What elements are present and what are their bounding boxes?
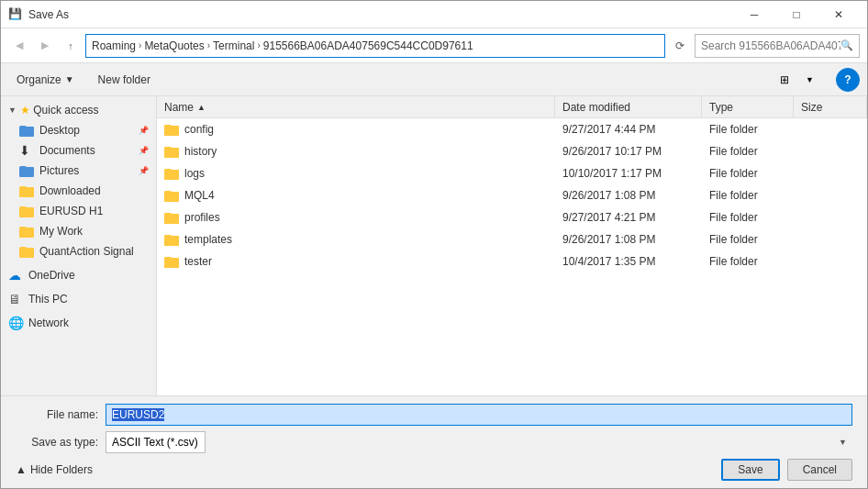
table-row[interactable]: config 9/27/2017 4:44 PM File folder	[157, 118, 867, 140]
file-type: File folder	[702, 123, 794, 136]
sidebar-item-quantaction-label: QuantAction Signal	[39, 245, 134, 258]
maximize-button[interactable]: □	[775, 1, 818, 28]
sidebar-item-eurusd-label: EURUSD H1	[39, 205, 103, 217]
breadcrumb-item-terminal[interactable]: Terminal	[213, 39, 254, 52]
sidebar-item-desktop-label: Desktop	[39, 124, 80, 137]
quick-access-arrow: ▼	[8, 106, 17, 115]
close-button[interactable]: ✕	[818, 1, 860, 28]
pictures-pin-icon: 📌	[139, 166, 149, 175]
sidebar-item-documents-label: Documents	[39, 144, 95, 157]
search-box: 🔍	[695, 34, 860, 58]
sidebar-item-downloaded-label: Downloaded	[39, 184, 101, 197]
filename-row: File name:	[16, 404, 852, 426]
table-row[interactable]: profiles 9/27/2017 4:21 PM File folder	[157, 206, 867, 228]
sidebar-section-quick-access: ▼ ★ Quick access Desktop 📌 ⬇ Documents 📌	[1, 100, 156, 261]
sidebar-network-label: Network	[28, 317, 69, 329]
main-content: ▼ ★ Quick access Desktop 📌 ⬇ Documents 📌	[1, 96, 867, 395]
bottom-actions: ▲ Hide Folders Save Cancel	[16, 459, 852, 481]
file-type: File folder	[702, 189, 794, 202]
quick-access-label: Quick access	[33, 104, 98, 117]
sidebar-item-eurusd[interactable]: EURUSD H1	[1, 201, 156, 221]
onedrive-icon: ☁	[8, 268, 23, 283]
save-as-dialog: 💾 Save As ─ □ ✕ ◀ ▶ ↑ Roaming › MetaQuot…	[0, 0, 868, 489]
sidebar-item-onedrive[interactable]: ☁ OneDrive	[1, 265, 156, 285]
cancel-button[interactable]: Cancel	[787, 459, 852, 481]
thispc-icon: 🖥	[8, 292, 23, 306]
savetype-select[interactable]: ASCII Text (*.csv)	[106, 431, 206, 453]
file-type: File folder	[702, 233, 794, 246]
column-header-size[interactable]: Size	[794, 96, 867, 117]
table-row[interactable]: logs 10/10/2017 1:17 PM File folder	[157, 162, 867, 184]
organize-button[interactable]: Organize ▼	[8, 68, 83, 92]
folder-icon	[164, 122, 179, 137]
file-date: 9/27/2017 4:44 PM	[555, 123, 702, 136]
sidebar-item-pictures-label: Pictures	[39, 164, 79, 177]
table-row[interactable]: history 9/26/2017 10:17 PM File folder	[157, 140, 867, 162]
quick-access-header[interactable]: ▼ ★ Quick access	[1, 100, 156, 120]
new-folder-button[interactable]: New folder	[90, 68, 159, 92]
minimize-button[interactable]: ─	[733, 1, 775, 28]
file-name: config	[184, 123, 214, 136]
sidebar-item-desktop[interactable]: Desktop 📌	[1, 120, 156, 140]
filename-label: File name:	[16, 408, 98, 421]
forward-button[interactable]: ▶	[34, 35, 56, 57]
sidebar-thispc-label: This PC	[28, 293, 68, 306]
sidebar-onedrive-label: OneDrive	[28, 269, 75, 282]
save-button[interactable]: Save	[721, 459, 779, 481]
folder-icon	[164, 144, 179, 159]
breadcrumb-sep-3: ›	[257, 40, 260, 50]
hide-folders-button[interactable]: ▲ Hide Folders	[16, 463, 93, 476]
refresh-button[interactable]: ⟳	[669, 34, 691, 58]
folder-icon	[164, 210, 179, 225]
file-name: history	[184, 145, 217, 158]
column-header-date[interactable]: Date modified	[555, 96, 702, 117]
table-row[interactable]: MQL4 9/26/2017 1:08 PM File folder	[157, 184, 867, 206]
sidebar-item-mywork-label: My Work	[39, 225, 83, 238]
folder-icon	[164, 232, 179, 247]
breadcrumb-sep-2: ›	[207, 40, 210, 50]
breadcrumb[interactable]: Roaming › MetaQuotes › Terminal › 915566…	[85, 34, 665, 58]
folder-icon	[164, 166, 179, 181]
up-button[interactable]: ↑	[60, 35, 82, 57]
breadcrumb-item-roaming[interactable]: Roaming	[92, 39, 136, 52]
network-icon: 🌐	[8, 316, 23, 330]
hide-folders-label: Hide Folders	[30, 463, 93, 476]
sidebar-item-pictures[interactable]: Pictures 📌	[1, 161, 156, 181]
addressbar: ◀ ▶ ↑ Roaming › MetaQuotes › Terminal › …	[1, 28, 867, 63]
documents-pin-icon: 📌	[139, 146, 149, 155]
sidebar: ▼ ★ Quick access Desktop 📌 ⬇ Documents 📌	[1, 96, 157, 395]
toolbar: Organize ▼ New folder ⊞ ▼ ?	[1, 63, 867, 96]
quantaction-folder-icon	[19, 244, 34, 259]
filename-input[interactable]	[106, 404, 852, 426]
view-button[interactable]: ⊞	[773, 68, 796, 92]
file-name: templates	[184, 233, 232, 246]
file-list-header: Name ▲ Date modified Type Size	[157, 96, 867, 118]
file-date: 10/4/2017 1:35 PM	[555, 255, 702, 268]
savetype-row: Save as type: ASCII Text (*.csv)	[16, 431, 852, 453]
file-type: File folder	[702, 145, 794, 158]
folder-icon	[164, 188, 179, 203]
breadcrumb-item-metaquotes[interactable]: MetaQuotes	[144, 39, 204, 52]
sidebar-section-thispc: 🖥 This PC	[1, 289, 156, 309]
action-buttons: Save Cancel	[721, 459, 852, 481]
sidebar-item-thispc[interactable]: 🖥 This PC	[1, 289, 156, 309]
sidebar-item-mywork[interactable]: My Work	[1, 221, 156, 241]
view-dropdown-arrow[interactable]: ▼	[806, 75, 814, 84]
back-button[interactable]: ◀	[8, 35, 30, 57]
desktop-folder-icon	[19, 123, 34, 138]
column-header-type[interactable]: Type	[702, 96, 794, 117]
sidebar-item-network[interactable]: 🌐 Network	[1, 313, 156, 333]
table-row[interactable]: tester 10/4/2017 1:35 PM File folder	[157, 250, 867, 272]
help-button[interactable]: ?	[836, 68, 860, 92]
sidebar-item-documents[interactable]: ⬇ Documents 📌	[1, 140, 156, 161]
file-name: tester	[184, 255, 212, 268]
search-input[interactable]	[701, 39, 840, 52]
sidebar-item-downloaded[interactable]: Downloaded	[1, 181, 156, 201]
column-header-name[interactable]: Name ▲	[157, 96, 555, 117]
pictures-folder-icon	[19, 163, 34, 178]
file-list: Name ▲ Date modified Type Size	[157, 96, 867, 395]
breadcrumb-item-guid[interactable]: 915566BA06ADA407569C544CC0D97611	[263, 39, 473, 52]
quick-access-star-icon: ★	[20, 104, 30, 117]
sidebar-item-quantaction[interactable]: QuantAction Signal	[1, 241, 156, 261]
table-row[interactable]: templates 9/26/2017 1:08 PM File folder	[157, 228, 867, 250]
